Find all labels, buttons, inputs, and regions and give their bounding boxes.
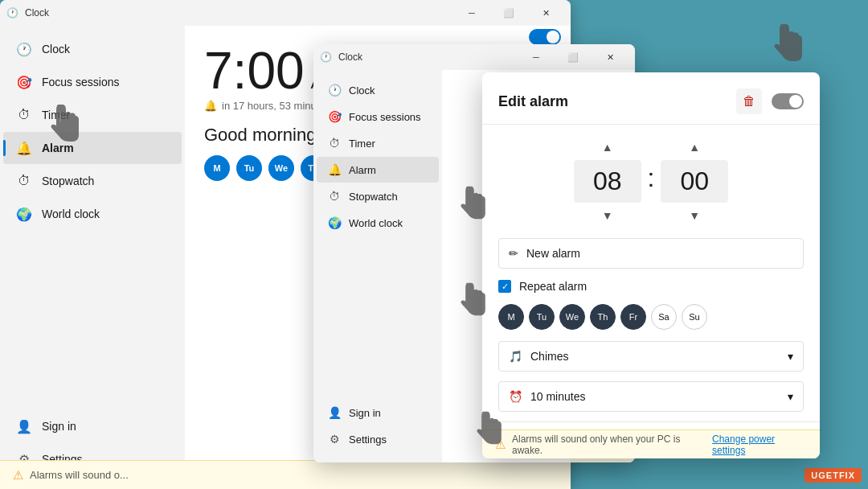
dialog-header: Edit alarm 🗑 (482, 72, 820, 125)
snooze-dropdown-left: ⏰ 10 minutes (509, 390, 585, 403)
stopwatch-nav-icon: ⏱ (16, 173, 32, 189)
mid-minimize-button[interactable]: ─ (518, 44, 555, 70)
hours-picker-col: ▲ 08 ▼ (574, 138, 641, 225)
mid-worldclock-nav-icon: 🌍 (328, 216, 341, 229)
bg-toggle-area (529, 29, 561, 45)
focus-nav-label: Focus sessions (42, 76, 119, 88)
dialog-notification-bar: ⚠ Alarms will sound only when your PC is… (482, 429, 820, 458)
sound-chevron-icon: ▾ (788, 350, 793, 363)
mid-titlebar: 🕐 Clock ─ ⬜ ✕ (313, 44, 635, 70)
sidebar-item-timer[interactable]: ⏱ Timer (3, 99, 182, 131)
clock-title-icon: 🕐 (6, 7, 18, 18)
mid-clock-nav-label: Clock (349, 84, 375, 97)
snooze-chevron-icon: ▾ (788, 390, 793, 403)
hours-down-button[interactable]: ▼ (592, 206, 624, 225)
sidebar-item-alarm[interactable]: 🔔 Alarm (3, 132, 182, 164)
mid-focus-nav-icon: 🎯 (328, 110, 341, 123)
sidebar-item-clock[interactable]: 🕐 Clock (3, 33, 182, 65)
mid-timer-nav-icon: ⏱ (328, 137, 341, 150)
alarm-toggle[interactable] (772, 93, 804, 109)
sound-dropdown[interactable]: 🎵 Chimes ▾ (498, 341, 804, 372)
mid-close-button[interactable]: ✕ (592, 44, 628, 70)
alarm-nav-icon: 🔔 (16, 140, 32, 156)
alarm-nav-label: Alarm (42, 142, 74, 154)
sidebar-item-worldclock[interactable]: 🌍 World clock (3, 198, 182, 230)
alarm-name-field[interactable]: ✏ New alarm (498, 238, 804, 269)
time-picker: ▲ 08 ▼ : ▲ 00 ▼ (482, 125, 820, 238)
mid-titlebar-controls: ─ ⬜ ✕ (518, 44, 628, 70)
dialog-notif-text: Alarms will sound only when your PC is a… (512, 434, 706, 456)
day-tuesday[interactable]: Tu (529, 304, 555, 330)
bg-toggle-switch[interactable] (529, 29, 561, 45)
hours-up-button[interactable]: ▲ (592, 138, 624, 157)
dialog-header-right: 🗑 (736, 88, 804, 114)
edit-alarm-dialog: Edit alarm 🗑 ▲ 08 ▼ : ▲ 00 ▼ ✏ New alarm… (482, 72, 820, 458)
bg-notification-bar: ⚠ Alarms will sound o... (0, 460, 571, 489)
sound-icon: 🎵 (509, 350, 522, 363)
repeat-checkbox[interactable]: ✓ (498, 280, 511, 293)
day-saturday[interactable]: Sa (651, 304, 677, 330)
day-monday[interactable]: M (498, 304, 524, 330)
change-power-link[interactable]: Change power settings (712, 434, 807, 456)
sidebar-item-signin[interactable]: 👤 Sign in (3, 410, 182, 442)
sidebar-item-stopwatch[interactable]: ⏱ Stopwatch (3, 165, 182, 197)
mid-clock-icon: 🕐 (320, 51, 332, 63)
mid-nav-bottom: 👤 Sign in ⚙ Settings (313, 399, 442, 462)
dialog-notif-icon: ⚠ (495, 438, 506, 452)
mid-maximize-button[interactable]: ⬜ (555, 44, 592, 70)
mid-stopwatch-nav-icon: ⏱ (328, 190, 341, 203)
timer-nav-icon: ⏱ (16, 107, 32, 123)
mid-settings[interactable]: ⚙ Settings (317, 426, 439, 452)
mid-sidebar-stopwatch[interactable]: ⏱ Stopwatch (317, 183, 439, 209)
signin-icon: 👤 (16, 418, 32, 434)
bg-maximize-button[interactable]: ⬜ (490, 0, 527, 26)
sound-label: Chimes (530, 350, 568, 363)
clock-nav-icon: 🕐 (16, 41, 32, 57)
mid-sidebar-worldclock[interactable]: 🌍 World clock (317, 210, 439, 236)
mid-sidebar-clock[interactable]: 🕐 Clock (317, 77, 439, 103)
mid-signin-label: Sign in (349, 407, 381, 419)
bg-titlebar-controls: ─ ⬜ ✕ (453, 0, 564, 26)
mid-signin[interactable]: 👤 Sign in (317, 400, 439, 425)
mid-settings-label: Settings (349, 434, 387, 446)
day-badge-we: We (268, 155, 294, 181)
dialog-title: Edit alarm (498, 93, 568, 110)
bg-titlebar: 🕐 Clock ─ ⬜ ✕ (0, 0, 571, 26)
time-value: 7:00 (204, 45, 305, 97)
day-friday[interactable]: Fr (620, 304, 646, 330)
mid-sidebar: 🕐 Clock 🎯 Focus sessions ⏱ Timer 🔔 Alarm… (313, 70, 442, 462)
minutes-picker-col: ▲ 00 ▼ (661, 138, 728, 225)
notif-text: Alarms will sound o... (30, 469, 129, 481)
clock-nav-label: Clock (42, 43, 70, 55)
mid-sidebar-focus[interactable]: 🎯 Focus sessions (317, 104, 439, 129)
minutes-up-button[interactable]: ▲ (678, 138, 710, 157)
signin-label: Sign in (42, 420, 76, 433)
day-thursday[interactable]: Th (590, 304, 616, 330)
day-badge-m: M (204, 155, 230, 181)
notif-warning-icon: ⚠ (13, 468, 23, 483)
delete-alarm-button[interactable]: 🗑 (736, 88, 762, 114)
snooze-icon: ⏰ (509, 390, 522, 403)
mid-focus-nav-label: Focus sessions (349, 111, 421, 123)
snooze-label: 10 minutes (530, 390, 585, 403)
alarm-subtitle-icon: 🔔 (204, 100, 217, 112)
bg-sidebar: 🕐 Clock 🎯 Focus sessions ⏱ Timer 🔔 Alarm… (0, 26, 185, 489)
day-sunday[interactable]: Su (682, 304, 707, 330)
minutes-down-button[interactable]: ▼ (678, 206, 710, 225)
bg-minimize-button[interactable]: ─ (453, 0, 490, 26)
timer-nav-label: Timer (42, 109, 70, 121)
worldclock-nav-icon: 🌍 (16, 206, 32, 222)
day-badge-tu: Tu (236, 155, 262, 181)
sidebar-item-focus[interactable]: 🎯 Focus sessions (3, 66, 182, 98)
bg-close-button[interactable]: ✕ (527, 0, 564, 26)
alarm-name-value: New alarm (526, 247, 580, 260)
time-separator: : (648, 163, 655, 199)
snooze-dropdown[interactable]: ⏰ 10 minutes ▾ (498, 381, 804, 412)
watermark: UGETFIX (805, 468, 862, 483)
mid-alarm-nav-icon: 🔔 (328, 163, 341, 176)
mid-sidebar-alarm[interactable]: 🔔 Alarm (317, 157, 439, 183)
minutes-value[interactable]: 00 (661, 160, 728, 203)
hours-value[interactable]: 08 (574, 160, 641, 203)
mid-sidebar-timer[interactable]: ⏱ Timer (317, 130, 439, 156)
day-wednesday[interactable]: We (559, 304, 585, 330)
